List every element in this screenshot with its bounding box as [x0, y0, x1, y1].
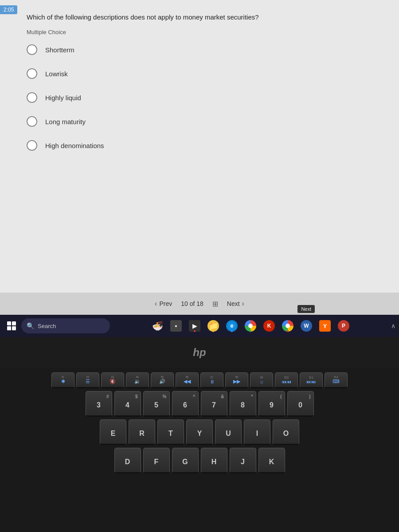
p-app-icon: P [338, 320, 349, 332]
radio-a[interactable] [27, 44, 37, 55]
option-row-c[interactable]: Highly liquid [27, 92, 372, 103]
key-5[interactable]: % 5 [143, 391, 170, 417]
key-6[interactable]: ^ 6 [172, 391, 199, 417]
key-u[interactable]: U [215, 419, 242, 445]
taskbar-video-icon[interactable]: ▶ [187, 318, 203, 334]
key-g[interactable]: G [172, 448, 199, 473]
qwerty-key-row: E R T Y U I O [9, 419, 390, 445]
key-f6[interactable]: f6 ◀◀ [176, 372, 199, 388]
key-y[interactable]: Y [186, 419, 213, 445]
radio-c[interactable] [27, 92, 37, 103]
taskbar-chrome-icon[interactable] [243, 318, 258, 334]
key-0[interactable]: ) 0 [287, 391, 314, 417]
next-label: Next [227, 300, 240, 307]
word-app-icon: W [301, 320, 312, 332]
option-row-e[interactable]: High denominations [27, 140, 372, 151]
prev-button[interactable]: ‹ Prev [155, 300, 172, 308]
key-f4[interactable]: f4 🔉 [126, 372, 149, 388]
fn-key-row: f1 ✱ f2 ☰ f3 🔇 f4 🔉 f5 🔊 f6 ◀◀ f7 ⏸ f8 [9, 372, 390, 388]
search-icon: 🔍 [27, 322, 34, 329]
radio-e[interactable] [27, 140, 37, 151]
question-type: Multiple Choice [27, 29, 372, 35]
option-label-a: Shortterm [45, 46, 74, 54]
key-f1[interactable]: f1 ✱ [51, 372, 74, 388]
key-o[interactable]: O [273, 419, 299, 445]
taskbar-folder-icon[interactable]: 📁 [205, 318, 221, 334]
prev-label: Prev [159, 300, 172, 307]
number-key-row: # 3 $ 4 % 5 ^ 6 & 7 * 8 ( 9 ) 0 [9, 391, 390, 417]
quiz-container: 2:05 Which of the following descriptions… [0, 0, 399, 293]
key-f10[interactable]: f10 ⏮⏮ [275, 372, 298, 388]
option-row-b[interactable]: Lowrisk [27, 68, 372, 79]
hp-logo: hp [193, 346, 206, 359]
key-d[interactable]: D [114, 448, 141, 473]
k-app-icon: K [263, 320, 275, 332]
key-h[interactable]: H [201, 448, 227, 473]
key-7[interactable]: & 7 [201, 391, 227, 417]
option-label-c: Highly liquid [45, 94, 81, 102]
taskbar: 🔍 Search 🍜 ▪ ▶ 📁 e [0, 315, 399, 337]
page-info: 10 of 18 [181, 300, 203, 307]
total-pages: 18 [196, 300, 203, 307]
start-button[interactable] [4, 318, 20, 334]
arrow-right-icon: › [242, 300, 244, 308]
next-button[interactable]: Next › [227, 300, 244, 308]
option-label-d: Long maturity [45, 118, 86, 125]
key-3[interactable]: # 3 [86, 391, 112, 417]
taskbar-image-icon[interactable]: ▪ [168, 318, 184, 334]
next-tooltip: Next [297, 305, 315, 313]
navigation-bar: ‹ Prev 10 of 18 ⊞ Next › Next [0, 293, 399, 315]
option-row-d[interactable]: Long maturity [27, 116, 372, 127]
key-f12[interactable]: f12 ⌨ [325, 372, 348, 388]
timer-badge: 2:05 [0, 5, 17, 14]
laptop-bezel: hp [0, 337, 399, 368]
keyboard: f1 ✱ f2 ☰ f3 🔇 f4 🔉 f5 🔊 f6 ◀◀ f7 ⏸ f8 [0, 368, 399, 532]
taskbar-n-icon[interactable] [280, 318, 296, 334]
key-e[interactable]: E [100, 419, 126, 445]
taskbar-word-icon[interactable]: W [298, 318, 314, 334]
arrow-left-icon: ‹ [155, 300, 157, 308]
key-k[interactable]: K [258, 448, 285, 473]
key-f11[interactable]: f11 ⏭⏭ [300, 372, 323, 388]
asdf-key-row: D F G H J K [9, 448, 390, 473]
key-f5[interactable]: f5 🔊 [151, 372, 174, 388]
question-text: Which of the following descriptions does… [27, 9, 372, 21]
windows-icon [7, 321, 16, 330]
option-label-b: Lowrisk [45, 70, 68, 78]
key-j[interactable]: J [230, 448, 256, 473]
taskbar-emoji-icon[interactable]: 🍜 [149, 318, 165, 334]
key-f9[interactable]: f9 ☼ [250, 372, 273, 388]
of-label: of [190, 300, 197, 307]
taskbar-p-icon[interactable]: P [336, 318, 352, 334]
system-tray-chevron[interactable]: ∧ [391, 322, 395, 329]
current-page: 10 [181, 300, 188, 307]
key-f3[interactable]: f3 🔇 [101, 372, 124, 388]
taskbar-search[interactable]: 🔍 Search [21, 318, 110, 333]
search-text: Search [38, 323, 56, 329]
radio-d[interactable] [27, 116, 37, 127]
key-f7[interactable]: f7 ⏸ [200, 372, 223, 388]
taskbar-y-icon[interactable]: Y [317, 318, 333, 334]
key-f[interactable]: F [143, 448, 170, 473]
key-9[interactable]: ( 9 [258, 391, 285, 417]
key-8[interactable]: * 8 [230, 391, 256, 417]
taskbar-k-icon[interactable]: K [261, 318, 277, 334]
key-f8[interactable]: f8 ▶▶ [225, 372, 248, 388]
key-r[interactable]: R [129, 419, 155, 445]
option-row-a[interactable]: Shortterm [27, 44, 372, 55]
key-i[interactable]: I [244, 419, 270, 445]
radio-b[interactable] [27, 68, 37, 79]
grid-icon[interactable]: ⊞ [212, 300, 218, 308]
key-f2[interactable]: f2 ☰ [76, 372, 99, 388]
y-app-icon: Y [319, 320, 331, 332]
taskbar-icons: 🍜 ▪ ▶ 📁 e K [112, 318, 389, 334]
taskbar-edge-icon[interactable]: e [224, 318, 240, 334]
option-label-e: High denominations [45, 142, 104, 149]
key-t[interactable]: T [157, 419, 184, 445]
key-4[interactable]: $ 4 [114, 391, 141, 417]
